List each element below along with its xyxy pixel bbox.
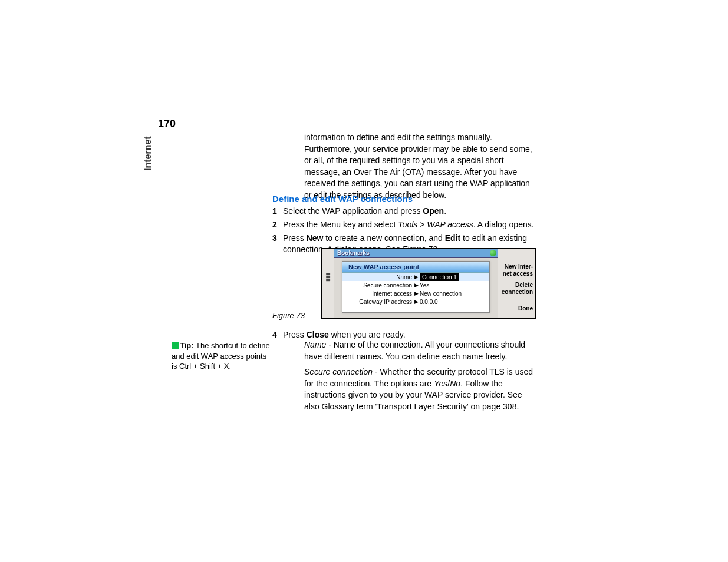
step-1: 1 Select the WAP application and press O… — [272, 206, 538, 217]
text: Press the Menu key and select — [283, 220, 398, 229]
signal-icon: ▮▮▮ — [325, 271, 331, 283]
text: . A dialog opens. — [473, 220, 534, 229]
row-value: 0.0.0.0 — [420, 299, 438, 305]
italic-wap-access: WAP access — [427, 220, 473, 229]
paragraph-name-field: Name - Name of the connection. All your … — [304, 339, 535, 362]
bold-open: Open — [423, 206, 444, 216]
page-number: 170 — [158, 118, 176, 130]
figure-row-gateway: Gateway IP address ▶ 0.0.0.0 — [342, 297, 489, 306]
tip-square-icon — [172, 342, 179, 349]
figure-row-name: Name ▶ Connection 1 — [342, 273, 489, 281]
bold-edit: Edit — [445, 233, 460, 243]
section-tab-internet: Internet — [143, 136, 153, 171]
figure-row-internet: Internet access ▶ New connection — [342, 289, 489, 297]
figure-row-secure: Secure connection ▶ Yes — [342, 281, 489, 289]
bold-close: Close — [307, 330, 329, 339]
step-num: 3 — [272, 233, 283, 255]
softkey-delete-connection: Delete connection — [500, 282, 533, 295]
steps-list: 1 Select the WAP application and press O… — [272, 203, 538, 255]
text: Select the WAP application and press — [283, 206, 423, 216]
paragraph-secure-connection: Secure connection - Whether the security… — [304, 366, 538, 412]
italic-yes: Yes — [434, 379, 447, 388]
text: - Name of the connection. All your conne… — [304, 340, 525, 361]
arrow-right-icon: ▶ — [413, 282, 420, 288]
text: . — [444, 206, 446, 216]
tip-label: Tip: — [180, 341, 194, 350]
row-value: New connection — [420, 290, 462, 297]
step-num: 4 — [272, 329, 283, 340]
row-value-selected: Connection 1 — [420, 273, 459, 281]
step-2: 2 Press the Menu key and select Tools > … — [272, 219, 538, 230]
italic-no: No — [450, 379, 460, 388]
step-4: 4 Press Close when you are ready. — [272, 327, 538, 340]
arrow-right-icon: ▶ — [413, 290, 420, 296]
bold-new: New — [307, 233, 324, 243]
figure-dialog: New WAP access point Name ▶ Connection 1… — [342, 261, 490, 313]
figure-gutter: ▮▮▮ — [322, 249, 334, 318]
step-num: 2 — [272, 219, 283, 230]
text: when you are ready. — [329, 330, 406, 339]
row-label: Name — [342, 274, 413, 280]
italic-secure-connection: Secure connection — [304, 367, 373, 376]
row-label: Gateway IP address — [342, 299, 413, 305]
step-text: Select the WAP application and press Ope… — [283, 206, 538, 217]
figure-main-area: Bookmarks New WAP access point Name ▶ Co… — [334, 249, 498, 318]
row-value: Yes — [420, 282, 429, 289]
text: > — [417, 220, 427, 229]
figure-caption: Figure 73 — [272, 311, 305, 320]
figure-73-screenshot: ▮▮▮ Bookmarks New WAP access point Name … — [321, 248, 536, 319]
figure-titlebar-bookmarks: Bookmarks — [334, 249, 498, 258]
status-circle-icon — [490, 250, 496, 256]
softkey-done: Done — [500, 305, 533, 312]
row-label: Internet access — [342, 290, 413, 297]
italic-tools: Tools — [398, 220, 417, 229]
arrow-right-icon: ▶ — [413, 274, 420, 280]
text: to create a new connection, and — [323, 233, 444, 243]
titlebar-text: Bookmarks — [337, 250, 369, 256]
step-text: Press the Menu key and select Tools > WA… — [283, 219, 538, 230]
figure-sidebar: New Inter- net access Delete connection … — [499, 249, 535, 318]
row-label: Secure connection — [342, 282, 413, 289]
arrow-right-icon: ▶ — [413, 299, 420, 305]
intro-paragraph: information to define and edit the setti… — [304, 132, 537, 201]
dialog-title: New WAP access point — [342, 262, 489, 273]
text: Press — [283, 330, 307, 339]
step-num: 1 — [272, 206, 283, 217]
tip-callout: Tip: The shortcut to define and edit WAP… — [172, 340, 271, 372]
text: Press — [283, 233, 307, 243]
italic-name: Name — [304, 340, 326, 349]
softkey-new-internet-access: New Inter- net access — [500, 263, 533, 277]
section-heading: Define and edit WAP connections — [272, 194, 413, 204]
